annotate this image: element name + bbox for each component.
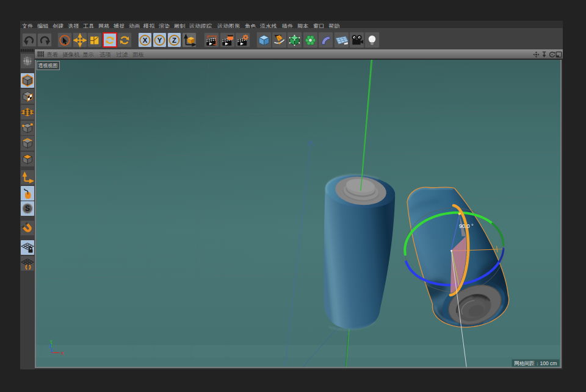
svg-text:S: S	[25, 204, 30, 213]
svg-text:Z: Z	[172, 37, 176, 44]
svg-text:Y: Y	[157, 37, 162, 44]
svg-text:网格间距：100 cm: 网格间距：100 cm	[514, 360, 557, 366]
svg-text:90.0 °: 90.0 °	[459, 223, 474, 229]
svg-text:Z: Z	[49, 344, 52, 348]
svg-text:X: X	[61, 351, 64, 355]
svg-text:X: X	[143, 37, 148, 44]
